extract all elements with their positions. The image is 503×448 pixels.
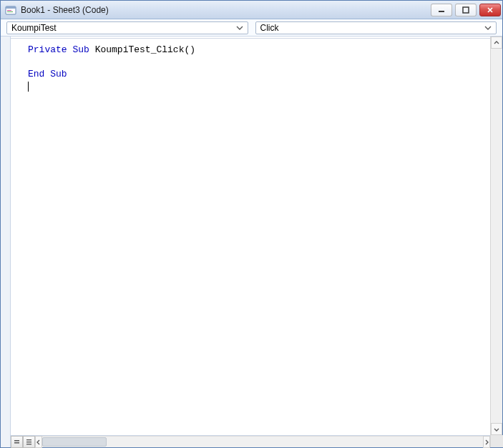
object-dropdown-value: KoumpiTest [11, 23, 57, 33]
svg-rect-5 [463, 7, 469, 13]
scroll-right-button[interactable] [483, 436, 490, 448]
procedure-dropdown-value: Click [260, 23, 279, 33]
svg-rect-2 [7, 10, 11, 11]
window-title: Book1 - Sheet3 (Code) [21, 5, 426, 15]
svg-rect-3 [7, 11, 13, 12]
procedure-view-button[interactable] [11, 436, 23, 448]
identifier: KoumpiTest_Click() [89, 44, 195, 55]
keyword: End Sub [28, 69, 67, 79]
code-wrap: Private Sub KoumpiTest_Click() End Sub [11, 36, 490, 447]
text-cursor [28, 82, 29, 92]
scroll-left-button[interactable] [35, 436, 42, 448]
titlebar: Book1 - Sheet3 (Code) [1, 1, 502, 19]
full-module-view-button[interactable] [23, 436, 35, 448]
window-controls [431, 4, 501, 16]
object-dropdown[interactable]: KoumpiTest [6, 21, 248, 34]
svg-rect-10 [26, 444, 31, 444]
dropdown-bar: KoumpiTest Click [1, 19, 502, 36]
bottom-bar [11, 435, 490, 447]
left-margin[interactable] [1, 36, 11, 447]
keyword: Sub [72, 44, 89, 55]
keyword: Private [28, 44, 67, 55]
chevron-down-icon [235, 23, 245, 33]
scroll-corner [491, 435, 503, 447]
app-icon [5, 4, 16, 16]
svg-rect-1 [6, 6, 16, 9]
scroll-down-button[interactable] [491, 423, 502, 435]
maximize-button[interactable] [455, 4, 477, 16]
proc-separator [11, 38, 490, 39]
hscroll-thumb[interactable] [42, 437, 107, 447]
code-editor[interactable]: Private Sub KoumpiTest_Click() End Sub [11, 36, 490, 435]
hscroll-track[interactable] [42, 436, 483, 447]
minimize-button[interactable] [431, 4, 452, 16]
scroll-up-button[interactable] [491, 36, 502, 49]
vscroll-track[interactable] [491, 49, 502, 423]
close-button[interactable] [479, 4, 501, 16]
code-window: Book1 - Sheet3 (Code) KoumpiTest Click [0, 0, 503, 448]
chevron-down-icon [483, 23, 493, 33]
svg-rect-9 [26, 442, 31, 442]
vertical-scrollbar[interactable] [490, 36, 502, 447]
svg-rect-4 [439, 11, 444, 12]
svg-rect-6 [14, 440, 19, 442]
horizontal-scrollbar[interactable] [35, 436, 490, 447]
editor-body: Private Sub KoumpiTest_Click() End Sub [1, 36, 502, 447]
view-toggles [11, 436, 35, 447]
svg-rect-8 [26, 439, 31, 440]
procedure-dropdown[interactable]: Click [255, 21, 497, 34]
svg-rect-7 [14, 442, 19, 444]
